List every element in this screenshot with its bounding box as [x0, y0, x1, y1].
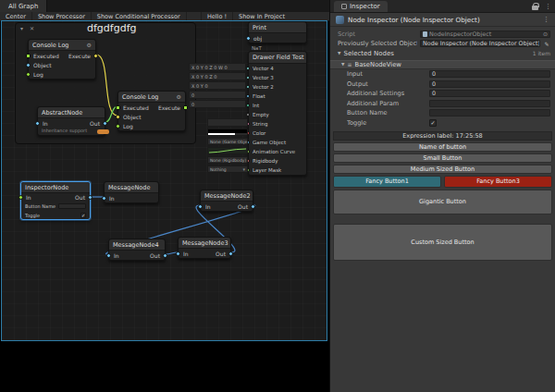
node-title: InspectorNode [25, 184, 68, 191]
toggle-checkbox[interactable]: ✓ [429, 119, 437, 127]
port-icon[interactable] [246, 113, 250, 116]
animation-curve-field[interactable] [207, 147, 248, 154]
scriptable-object-icon [336, 16, 344, 24]
fancy-button-3[interactable]: Fancy Button3 [444, 176, 552, 188]
lock-icon[interactable] [532, 6, 538, 10]
gear-icon[interactable]: ⚙ [177, 93, 181, 100]
script-field[interactable]: NodeInspectorObject ⊙ [420, 31, 550, 38]
toolbar-hello-button[interactable]: Hello ! [201, 12, 232, 20]
out-port[interactable] [103, 121, 107, 126]
node-drawer-field-test[interactable]: Drawer Field Test Vector 4 Vector 3 Vect… [248, 51, 307, 176]
layer-mask-dropdown[interactable]: Nothing ▾ [207, 165, 248, 173]
object-in-port[interactable] [26, 63, 31, 67]
node-message2[interactable]: MessageNode2 In Out [200, 190, 253, 212]
custom-sized-button[interactable]: Custom Sized Button [333, 224, 552, 261]
out-port[interactable] [251, 204, 255, 209]
rigidbody-field[interactable]: None (Rigidbody) ⊙ [207, 156, 248, 164]
toggle-checkbox[interactable]: ✓ [80, 213, 86, 218]
float-field[interactable]: 0 [189, 91, 246, 99]
vector3-field[interactable]: X 0 Y 0 Z 0 [189, 72, 246, 80]
color-field[interactable] [207, 129, 248, 136]
output-field[interactable]: 0 [429, 80, 550, 88]
tab-all-graph[interactable]: All Graph [0, 0, 47, 12]
toolbar-center-button[interactable]: Center [0, 12, 32, 20]
button-name-field[interactable] [429, 109, 550, 116]
node-console-log-1[interactable]: Console Log ⚙ Executed Execute Object [28, 39, 96, 80]
chevron-down-icon[interactable]: ▾ [20, 25, 23, 31]
node-inspector[interactable]: InspectorNode In Out Button Name Toggle [20, 181, 91, 220]
small-button[interactable]: Small Button [333, 153, 552, 163]
node-title: Console Log [122, 93, 158, 101]
game-object-field[interactable]: None (Game Object) ⊙ [207, 138, 248, 145]
vector2-field[interactable]: X 0 Y 0 [189, 81, 246, 90]
field-row-toggle: Toggle ✓ [330, 118, 555, 128]
obj-in-port[interactable] [246, 36, 251, 41]
additional-param-field[interactable] [429, 100, 550, 107]
int-field[interactable]: 0 [189, 100, 246, 108]
node-message[interactable]: MessageNode In [104, 181, 159, 203]
exec-out-port[interactable] [183, 105, 188, 110]
vector4-field[interactable]: X 0 Y 0 Z 0 W 0 [189, 63, 246, 71]
object-in-port[interactable] [116, 115, 120, 119]
name-of-button[interactable]: Name of button [333, 142, 552, 152]
in-port[interactable] [176, 251, 180, 256]
port-label: Animation Curve [253, 149, 295, 154]
node-message3[interactable]: MessageNode3 In Out [178, 237, 231, 259]
expression-label: Expression label: 17:25:58 [333, 131, 552, 141]
string-field[interactable] [207, 118, 248, 127]
fancy-button-1[interactable]: Fancy Button1 [333, 176, 441, 188]
exec-in-port[interactable] [116, 105, 120, 110]
in-port[interactable] [106, 253, 111, 258]
toolbar-show-conditional-processor-button[interactable]: Show Conditional Processor [92, 12, 187, 20]
in-port[interactable] [18, 195, 23, 200]
out-port[interactable] [163, 253, 167, 258]
port-label: Out [150, 252, 160, 259]
button-name-input[interactable] [58, 203, 86, 209]
gear-icon[interactable]: ⚙ [87, 42, 92, 48]
tab-inspector[interactable]: Inspector [334, 1, 388, 12]
close-icon[interactable]: ✕ [30, 25, 34, 31]
out-port[interactable] [88, 195, 92, 200]
port-label: Layer Mask [253, 167, 281, 173]
toolbar-show-in-project-button[interactable]: Show In Project [232, 12, 290, 20]
node-print[interactable]: Print obj [248, 21, 307, 43]
kebab-menu-icon[interactable]: ⋮ [545, 3, 551, 10]
exec-in-port[interactable] [26, 54, 31, 58]
object-picker-icon[interactable]: ⊙ [543, 31, 548, 37]
port-label: Executed [123, 104, 149, 111]
out-port[interactable] [228, 251, 233, 256]
input-field[interactable]: 0 [429, 70, 550, 78]
graph-toolbar: Center Show Processor Show Conditional P… [0, 12, 329, 21]
graph-canvas[interactable]: ▾ ✕ dfgdfgdfg Console Log ⚙ [2, 21, 327, 340]
in-port[interactable] [35, 121, 40, 126]
node-abstract[interactable]: AbstractNode In Out Inheritance support [37, 106, 105, 136]
additional-settings-field[interactable]: 0 [429, 90, 550, 97]
port-icon[interactable] [246, 76, 250, 80]
in-port[interactable] [198, 204, 203, 209]
base-node-view-foldout[interactable]: ▼ ≡ BaseNodeView [330, 60, 555, 69]
list-icon: ≡ [347, 61, 352, 67]
header-kebab-menu-icon[interactable]: ⋮ [543, 16, 549, 23]
exec-out-port[interactable] [93, 54, 98, 58]
port-icon[interactable] [246, 104, 250, 107]
edit-icon[interactable]: ✎ [543, 41, 550, 47]
node-message4[interactable]: MessageNode4 In Out [108, 239, 166, 261]
port-label: In [114, 252, 119, 259]
port-icon[interactable] [246, 67, 250, 70]
port-icon[interactable] [246, 94, 250, 98]
log-in-port[interactable] [116, 124, 120, 129]
previously-selected-field[interactable]: Node Inspector (Node Inspector Object) ⊙ [420, 40, 540, 47]
in-port[interactable] [102, 196, 106, 201]
toolbar-show-processor-button[interactable]: Show Processor [32, 12, 92, 20]
inheritance-note: Inheritance support [38, 128, 105, 135]
gigantic-button[interactable]: Gigantic Button [333, 190, 552, 214]
node-console-log-2[interactable]: Console Log ⚙ Executed Execute Object [117, 91, 186, 131]
port-label: Object [33, 62, 52, 68]
log-in-port[interactable] [26, 72, 31, 77]
port-icon[interactable] [246, 85, 250, 89]
port-label: In [109, 195, 115, 202]
port-label: Empty [253, 112, 269, 117]
port-label: Out [75, 194, 85, 201]
medium-sized-button[interactable]: Medium Sized Button [333, 165, 552, 174]
selected-nodes-foldout[interactable]: ▼ Selected Nodes 1 item [330, 49, 555, 58]
